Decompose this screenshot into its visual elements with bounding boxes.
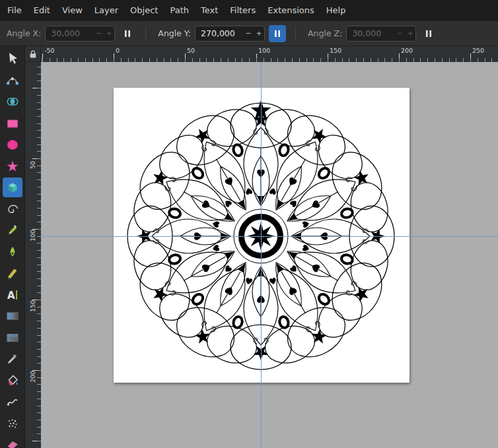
angle-z-value: 30,000 — [347, 28, 394, 38]
angle-z-parallel-toggle[interactable] — [420, 25, 437, 42]
menu-item-filters[interactable]: Filters — [224, 0, 262, 21]
pen-tool[interactable] — [3, 242, 22, 262]
calligraphy-tool-icon — [5, 266, 20, 280]
vertical-guide[interactable] — [261, 62, 262, 448]
pen-tool-icon — [5, 245, 20, 259]
page[interactable] — [114, 88, 409, 383]
angle-z-spinbox[interactable]: 30,000 − + — [346, 26, 416, 42]
spiral-tool-icon — [5, 202, 20, 216]
menu-item-text[interactable]: Text — [195, 0, 224, 21]
horizontal-guide[interactable] — [41, 236, 498, 237]
mesh-gradient-tool[interactable] — [3, 328, 22, 348]
shape-builder-tool[interactable] — [3, 92, 22, 112]
gradient-tool-icon — [5, 309, 20, 323]
ellipse-tool[interactable] — [3, 135, 22, 154]
box-3d-tool-icon — [5, 180, 20, 195]
vruler-label: 200 — [29, 369, 37, 385]
hruler-label: -50 — [44, 47, 55, 54]
hruler-label: 150 — [330, 47, 341, 54]
mandala-artwork[interactable] — [114, 88, 409, 383]
angle-x-spinbox[interactable]: 30,000 − + — [45, 26, 115, 42]
angle-z-increment-button[interactable]: + — [405, 26, 415, 41]
menu-bar: FileEditViewLayerObjectPathTextFiltersEx… — [0, 0, 498, 21]
dropper-tool-icon — [5, 352, 20, 366]
hruler-label: 0 — [116, 47, 120, 54]
tweak-tool[interactable] — [3, 392, 22, 412]
paint-bucket-tool-icon — [5, 373, 20, 388]
rectangle-tool-icon — [5, 116, 20, 131]
vertical-ruler[interactable]: 50100150200 — [25, 62, 41, 448]
ellipse-tool-icon — [5, 137, 20, 152]
selector-tool[interactable] — [3, 49, 22, 69]
menu-item-object[interactable]: Object — [124, 0, 164, 21]
menu-item-extensions[interactable]: Extensions — [262, 0, 320, 21]
shape-builder-tool-icon — [5, 94, 20, 109]
star-tool-icon — [5, 159, 20, 174]
text-tool[interactable]: A — [3, 285, 22, 305]
toolbar-separator — [145, 26, 146, 41]
parallel-lines-icon — [424, 29, 433, 38]
selector-tool-icon — [5, 51, 20, 66]
angle-x-decrement-button[interactable]: − — [93, 26, 104, 41]
parallel-lines-icon — [273, 29, 282, 38]
toolbar-separator — [295, 26, 296, 41]
pencil-tool[interactable] — [3, 220, 22, 240]
menu-item-file[interactable]: File — [1, 0, 28, 21]
spiral-tool[interactable] — [3, 199, 22, 219]
mesh-gradient-tool-icon — [5, 331, 20, 345]
hruler-label: 100 — [258, 47, 270, 54]
angle-x-increment-button[interactable]: + — [104, 26, 114, 41]
angle-y-parallel-toggle[interactable] — [269, 25, 286, 42]
canvas[interactable] — [41, 62, 498, 448]
eraser-tool[interactable] — [3, 435, 22, 448]
paint-bucket-tool[interactable] — [3, 371, 22, 391]
calligraphy-tool[interactable] — [3, 263, 22, 283]
hruler-label: 200 — [401, 47, 413, 54]
node-tool[interactable] — [3, 71, 22, 90]
ruler-lock-toggle[interactable] — [25, 46, 41, 62]
rectangle-tool[interactable] — [3, 113, 22, 133]
spray-tool[interactable] — [3, 414, 22, 433]
menu-item-edit[interactable]: Edit — [28, 0, 56, 21]
text-tool-icon: A — [5, 288, 20, 302]
vruler-label: 50 — [29, 157, 37, 173]
star-tool[interactable] — [3, 156, 22, 176]
gradient-tool[interactable] — [3, 306, 22, 326]
angle-y-label: Angle Y: — [158, 28, 191, 38]
hruler-label: 250 — [472, 47, 484, 54]
angle-y-spinbox[interactable]: 270,000 − + — [195, 26, 265, 42]
angle-y-value: 270,000 — [196, 28, 243, 38]
spray-tool-icon — [5, 416, 20, 431]
dropper-tool[interactable] — [3, 349, 22, 369]
node-tool-icon — [5, 73, 20, 88]
angle-y-increment-button[interactable]: + — [254, 26, 264, 41]
angle-x-value: 30,000 — [46, 28, 93, 38]
menu-item-help[interactable]: Help — [320, 0, 352, 21]
angle-x-parallel-toggle[interactable] — [119, 25, 136, 42]
parallel-lines-icon — [123, 29, 132, 38]
angle-z-decrement-button[interactable]: − — [394, 26, 405, 41]
inkscape-window: FileEditViewLayerObjectPathTextFiltersEx… — [0, 0, 498, 448]
tool-controls-bar: Angle X: 30,000 − + Angle Y: 270,000 − +… — [0, 21, 498, 46]
hruler-label: 50 — [187, 47, 195, 54]
horizontal-ruler[interactable]: -50050100150200250 — [41, 46, 498, 62]
lock-icon — [28, 49, 38, 59]
vruler-label: 150 — [29, 298, 37, 314]
angle-x-label: Angle X: — [7, 28, 41, 38]
box-3d-tool[interactable] — [3, 177, 22, 197]
toolbox: A — [0, 46, 25, 448]
menu-item-path[interactable]: Path — [164, 0, 195, 21]
angle-y-decrement-button[interactable]: − — [243, 26, 254, 41]
eraser-tool-icon — [5, 437, 20, 448]
pencil-tool-icon — [5, 223, 20, 238]
menu-item-view[interactable]: View — [56, 0, 89, 21]
menu-item-layer[interactable]: Layer — [89, 0, 124, 21]
svg-text:A: A — [7, 289, 15, 301]
vruler-label: 100 — [29, 228, 37, 243]
angle-z-label: Angle Z: — [308, 28, 342, 38]
tweak-tool-icon — [5, 395, 20, 409]
